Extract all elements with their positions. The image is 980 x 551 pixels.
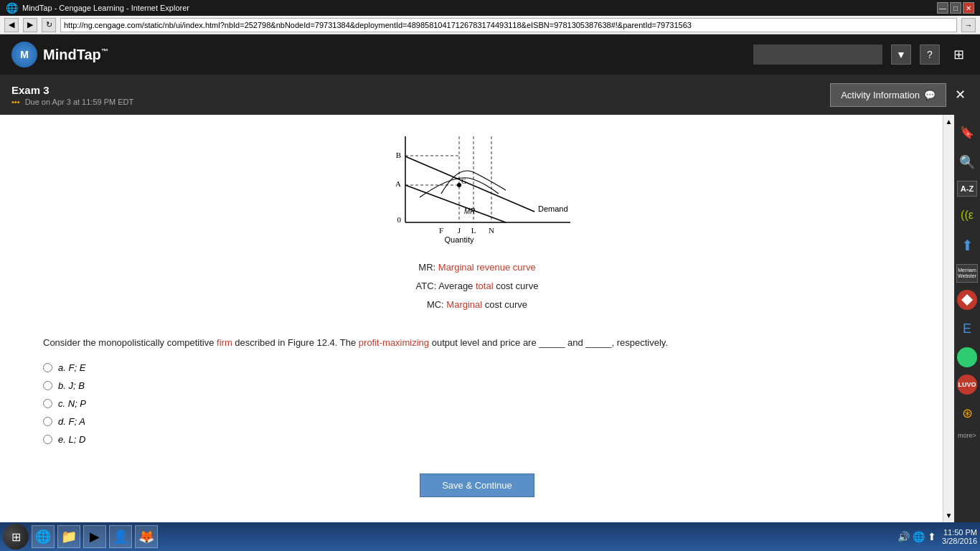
green-circle-icon[interactable] <box>957 347 977 367</box>
taskbar-app1-btn[interactable]: 👤 <box>109 525 132 548</box>
firm-colored: firm <box>217 337 232 348</box>
wifi-icon[interactable]: ((ε <box>956 204 979 227</box>
activity-info-label: Activity Information <box>841 90 920 100</box>
label-b[interactable]: b. J; B <box>58 380 85 391</box>
search-icon[interactable]: 🔍 <box>956 151 979 174</box>
right-sidebar: 🔖 🔍 A-Z ((ε ⬆ MerriamWebster Ε LUVO ⊛ mo… <box>954 115 980 522</box>
forward-btn[interactable]: ▶ <box>23 18 37 32</box>
taskbar-ie-btn[interactable]: 🌐 <box>32 525 55 548</box>
label-c[interactable]: c. N; P <box>58 398 86 409</box>
grid-menu-btn[interactable]: ⊞ <box>948 44 969 65</box>
content-pane: B A 0 F J L N Quantity Demand <box>0 115 954 522</box>
luvo-btn[interactable]: LUVO <box>957 375 977 395</box>
save-btn-container: Save & Continue <box>43 474 911 497</box>
svg-text:L: L <box>471 226 476 235</box>
minimize-btn[interactable]: — <box>937 2 948 14</box>
taskbar: ⊞ 🌐 📁 ▶ 👤 🦊 🔊 🌐 ⬆ 11:50 PM 3/28/2016 <box>0 522 980 551</box>
mc-legend: MC: Marginal cost curve <box>43 296 911 314</box>
go-btn[interactable]: → <box>961 18 976 32</box>
exam-info: Exam 3 ••• Due on Apr 3 at 11:59 PM EDT <box>11 84 133 106</box>
help-btn[interactable]: ? <box>920 44 940 65</box>
tray-icon-3: ⬆ <box>928 531 936 542</box>
label-e[interactable]: e. L; D <box>58 434 85 445</box>
radio-c[interactable] <box>43 399 52 408</box>
maximize-btn[interactable]: □ <box>950 2 961 14</box>
start-button[interactable]: ⊞ <box>3 524 29 550</box>
dropdown-btn[interactable]: ▼ <box>891 44 911 65</box>
taskbar-folder-btn[interactable]: 📁 <box>57 525 80 548</box>
svg-text:J: J <box>458 226 461 235</box>
rss-icon[interactable]: ⊛ <box>956 402 979 425</box>
exam-due-label: Due on Apr 3 at 11:59 PM EDT <box>25 98 134 106</box>
svg-text:F: F <box>439 226 443 235</box>
windows-icon: ⊞ <box>11 530 21 544</box>
tray-icon-2: 🌐 <box>913 531 925 542</box>
legend: MR: Marginal revenue curve ATC: Average … <box>43 258 911 314</box>
e-icon[interactable]: Ε <box>956 317 979 340</box>
taskbar-right: 🔊 🌐 ⬆ 11:50 PM 3/28/2016 <box>897 528 977 545</box>
option-a[interactable]: a. F; E <box>43 362 911 373</box>
exam-bar: Exam 3 ••• Due on Apr 3 at 11:59 PM EDT … <box>0 75 980 115</box>
exam-due: ••• Due on Apr 3 at 11:59 PM EDT <box>11 98 133 106</box>
address-bar: ◀ ▶ ↻ → <box>0 16 980 34</box>
option-c[interactable]: c. N; P <box>43 398 911 409</box>
merriam-webster-btn[interactable]: MerriamWebster <box>956 264 978 283</box>
taskbar-firefox-btn[interactable]: 🦊 <box>135 525 158 548</box>
arrow-icon[interactable]: ⬆ <box>956 234 979 257</box>
due-dots: ••• <box>11 98 20 106</box>
date-display: 3/28/2016 <box>942 537 977 545</box>
activity-info-icon: 💬 <box>924 90 936 100</box>
taskbar-icons: 🌐 📁 ▶ 👤 🦊 <box>32 525 895 548</box>
scrollbar[interactable]: ▲ ▼ <box>943 115 954 522</box>
option-e[interactable]: e. L; D <box>43 434 911 445</box>
mindtap-logo-text: MindTap™ <box>43 47 108 63</box>
window-title: MindTap - Cengage Learning - Internet Ex… <box>22 4 189 12</box>
radio-e[interactable] <box>43 435 52 444</box>
atc-colored-text: total <box>476 281 494 291</box>
mr-colored-text: Marginal revenue curve <box>438 262 536 273</box>
option-d[interactable]: d. F; A <box>43 416 911 427</box>
svg-line-15 <box>405 156 534 212</box>
mindtap-logo-icon: M <box>11 42 37 67</box>
svg-text:MR: MR <box>464 207 476 215</box>
atc-legend: ATC: Average total cost curve <box>43 277 911 296</box>
taskbar-tray: 🔊 🌐 ⬆ <box>897 531 936 542</box>
taskbar-clock[interactable]: 11:50 PM 3/28/2016 <box>942 528 977 545</box>
activity-info-button[interactable]: Activity Information 💬 <box>830 83 946 107</box>
svg-text:Quantity: Quantity <box>445 235 474 244</box>
title-bar: 🌐 MindTap - Cengage Learning - Internet … <box>0 0 980 16</box>
radio-b[interactable] <box>43 381 52 390</box>
mindtap-header: M MindTap™ ▼ ? ⊞ <box>0 34 980 75</box>
radio-a[interactable] <box>43 363 52 372</box>
mc-colored-text: Marginal <box>446 299 482 310</box>
az-btn[interactable]: A-Z <box>957 181 977 197</box>
exam-close-btn[interactable]: ✕ <box>952 84 969 105</box>
address-input[interactable] <box>60 18 957 32</box>
taskbar-media-btn[interactable]: ▶ <box>83 525 106 548</box>
header-search-input[interactable] <box>753 44 882 65</box>
save-continue-button[interactable]: Save & Continue <box>420 474 534 497</box>
svg-text:A: A <box>395 179 401 188</box>
tray-icon-1: 🔊 <box>897 531 910 542</box>
radio-d[interactable] <box>43 417 52 426</box>
scroll-up-btn[interactable]: ▲ <box>943 115 954 128</box>
title-bar-left: 🌐 MindTap - Cengage Learning - Internet … <box>6 2 189 14</box>
svg-text:0: 0 <box>397 215 402 224</box>
ie-icon: 🌐 <box>6 2 18 14</box>
bookmark-icon[interactable]: 🔖 <box>956 121 979 143</box>
option-b[interactable]: b. J; B <box>43 380 911 391</box>
scroll-down-btn[interactable]: ▼ <box>943 509 954 522</box>
title-bar-controls[interactable]: — □ ✕ <box>937 2 974 14</box>
time-display: 11:50 PM <box>942 528 977 537</box>
red-circle-icon[interactable] <box>957 290 977 310</box>
economics-chart: B A 0 F J L N Quantity Demand <box>362 129 592 244</box>
label-d[interactable]: d. F; A <box>58 416 85 427</box>
chart-container: B A 0 F J L N Quantity Demand <box>43 129 911 244</box>
close-btn[interactable]: ✕ <box>963 2 974 14</box>
more-label[interactable]: more> <box>958 432 976 439</box>
exam-title: Exam 3 <box>11 84 133 96</box>
refresh-btn[interactable]: ↻ <box>42 18 56 32</box>
svg-text:Demand: Demand <box>538 204 568 213</box>
back-btn[interactable]: ◀ <box>4 18 19 32</box>
label-a[interactable]: a. F; E <box>58 362 85 373</box>
